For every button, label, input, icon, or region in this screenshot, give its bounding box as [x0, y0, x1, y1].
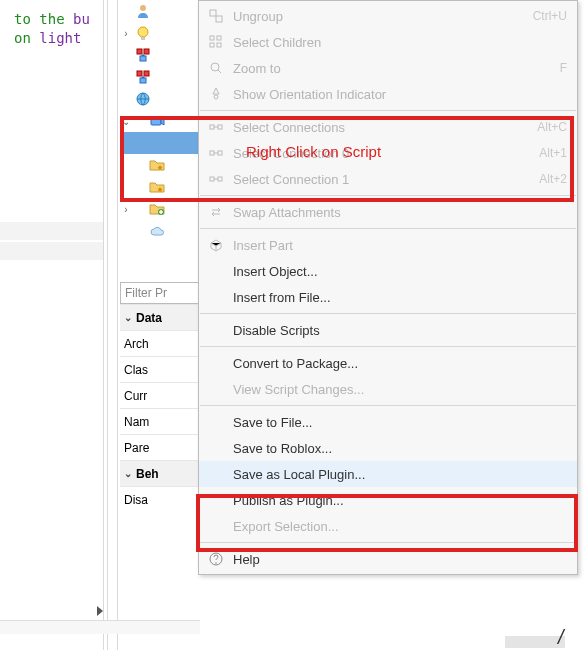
- menu-item-save-to-roblox[interactable]: Save to Roblox...: [199, 435, 577, 461]
- svg-point-0: [140, 5, 146, 11]
- properties-filter-input[interactable]: Filter Pr: [120, 282, 200, 304]
- panel-divider[interactable]: [107, 0, 108, 650]
- menu-item-accelerator: F: [540, 61, 567, 75]
- svg-rect-14: [210, 36, 214, 40]
- h-scrollbar-track[interactable]: [0, 620, 200, 634]
- tree-item[interactable]: [120, 0, 198, 22]
- svg-point-18: [211, 63, 219, 71]
- bulb-icon: [134, 24, 152, 42]
- menu-item-insert-part: Insert Part: [199, 232, 577, 258]
- blank-icon: [205, 411, 227, 433]
- menu-item-label: Show Orientation Indicator: [233, 87, 567, 102]
- svg-rect-7: [144, 71, 149, 76]
- menu-item-insert-object[interactable]: Insert Object...: [199, 258, 577, 284]
- menu-item-label: Save to File...: [233, 415, 567, 430]
- person-icon: [134, 2, 152, 20]
- property-label: Pare: [124, 441, 149, 455]
- menu-item-show-orientation-indicator: Show Orientation Indicator: [199, 81, 577, 107]
- tree-item[interactable]: [120, 88, 198, 110]
- menu-separator: [200, 228, 576, 229]
- svg-rect-8: [140, 78, 146, 83]
- menu-item-label: Select Children: [233, 35, 567, 50]
- property-label: Clas: [124, 363, 148, 377]
- tree-item[interactable]: [120, 44, 198, 66]
- properties-panel: Filter Pr ⌄Data ArchClasCurrNamPare ⌄Beh…: [120, 282, 200, 512]
- property-row[interactable]: Nam: [120, 408, 200, 434]
- menu-separator: [200, 110, 576, 111]
- menu-item-swap-attachments: Swap Attachments: [199, 199, 577, 225]
- prop-section-data[interactable]: ⌄Data: [120, 304, 200, 330]
- blank-icon: [205, 286, 227, 308]
- property-row[interactable]: Pare: [120, 434, 200, 460]
- svg-point-27: [215, 562, 217, 564]
- part-icon: [205, 234, 227, 256]
- property-row[interactable]: Clas: [120, 356, 200, 382]
- blank-icon: [205, 260, 227, 282]
- bg-block: [0, 242, 103, 260]
- menu-item-label: Help: [233, 552, 567, 567]
- tree-item[interactable]: ›: [120, 22, 198, 44]
- bg-block: [0, 222, 103, 240]
- swap-icon: [205, 201, 227, 223]
- annotation-box-save-plugin: [196, 494, 578, 552]
- property-label: Nam: [124, 415, 149, 429]
- property-label: Arch: [124, 337, 149, 351]
- zoom-icon: [205, 57, 227, 79]
- h-scroll-right-button[interactable]: [95, 604, 107, 618]
- menu-item-label: Convert to Package...: [233, 356, 567, 371]
- svg-rect-4: [144, 49, 149, 54]
- svg-point-19: [214, 95, 218, 99]
- blank-icon: [205, 319, 227, 341]
- menu-item-label: Save to Roblox...: [233, 441, 567, 456]
- svg-rect-13: [216, 16, 222, 22]
- blank-icon: [205, 463, 227, 485]
- menu-item-label: Insert from File...: [233, 290, 567, 305]
- menu-item-save-to-file[interactable]: Save to File...: [199, 409, 577, 435]
- panel-divider[interactable]: [117, 0, 118, 650]
- svg-rect-17: [217, 43, 221, 47]
- menu-item-label: Disable Scripts: [233, 323, 567, 338]
- menu-item-convert-to-package[interactable]: Convert to Package...: [199, 350, 577, 376]
- blank-icon: [205, 437, 227, 459]
- svg-rect-5: [140, 56, 146, 61]
- menu-item-label: Swap Attachments: [233, 205, 567, 220]
- menu-item-select-children: Select Children: [199, 29, 577, 55]
- menu-item-label: Insert Object...: [233, 264, 567, 279]
- svg-point-1: [138, 27, 148, 37]
- menu-item-zoom-to: Zoom toF: [199, 55, 577, 81]
- blank-icon: [205, 352, 227, 374]
- resize-handle-icon: /: [558, 626, 576, 644]
- menu-separator: [200, 405, 576, 406]
- panel-divider[interactable]: [103, 0, 104, 650]
- menu-separator: [200, 346, 576, 347]
- svg-rect-3: [137, 49, 142, 54]
- svg-rect-16: [210, 43, 214, 47]
- menu-item-insert-from-file[interactable]: Insert from File...: [199, 284, 577, 310]
- svg-rect-15: [217, 36, 221, 40]
- property-row[interactable]: Disa: [120, 486, 200, 512]
- tree-item[interactable]: [120, 220, 198, 242]
- expand-arrow-icon[interactable]: ›: [120, 204, 132, 215]
- menu-item-ungroup: UngroupCtrl+U: [199, 3, 577, 29]
- red-down-icon: [134, 46, 152, 64]
- annotation-text: Right Click on Script: [246, 143, 381, 160]
- menu-item-label: Ungroup: [233, 9, 513, 24]
- menu-item-label: View Script Changes...: [233, 382, 567, 397]
- menu-item-label: Zoom to: [233, 61, 540, 76]
- ungroup-icon: [205, 5, 227, 27]
- property-label: Curr: [124, 389, 147, 403]
- menu-item-save-as-local-plugin[interactable]: Save as Local Plugin...: [199, 461, 577, 487]
- menu-item-label: Insert Part: [233, 238, 567, 253]
- menu-item-disable-scripts[interactable]: Disable Scripts: [199, 317, 577, 343]
- menu-separator: [200, 313, 576, 314]
- menu-item-label: Save as Local Plugin...: [233, 467, 567, 482]
- prop-section-behavior[interactable]: ⌄Beh: [120, 460, 200, 486]
- code-editor-bg: to the bu on light: [14, 10, 90, 48]
- menu-item-view-script-changes: View Script Changes...: [199, 376, 577, 402]
- cloud-icon: [148, 222, 166, 240]
- property-label: Disa: [124, 493, 148, 507]
- expand-arrow-icon[interactable]: ›: [120, 28, 132, 39]
- property-row[interactable]: Curr: [120, 382, 200, 408]
- property-row[interactable]: Arch: [120, 330, 200, 356]
- tree-item[interactable]: [120, 66, 198, 88]
